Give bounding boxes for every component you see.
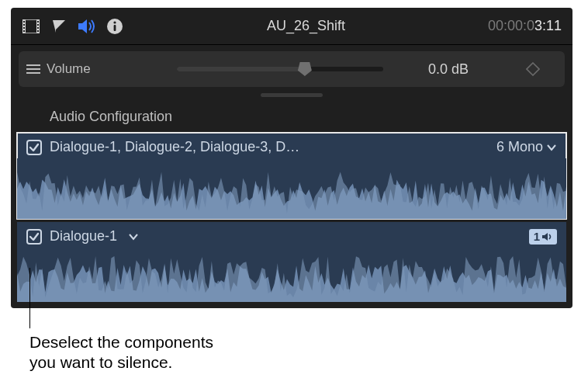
chevron-down-icon[interactable] bbox=[125, 228, 142, 245]
speaker-icon[interactable] bbox=[78, 17, 96, 36]
section-title: Audio Configuration bbox=[11, 98, 572, 133]
svg-rect-13 bbox=[114, 25, 116, 31]
svg-rect-10 bbox=[37, 30, 39, 32]
panel-drag-handle[interactable] bbox=[11, 92, 572, 98]
list-icon bbox=[26, 64, 40, 75]
volume-value[interactable]: 0.0 dB bbox=[394, 61, 503, 78]
skimmer-icon[interactable] bbox=[50, 17, 68, 36]
callout-leader-line bbox=[29, 268, 30, 328]
audio-component-header: Dialogue-1, Dialogue-2, Dialogue-3, D…6 … bbox=[17, 133, 566, 158]
waveform[interactable] bbox=[17, 248, 566, 302]
svg-rect-6 bbox=[23, 30, 25, 32]
volume-row: Volume 0.0 dB bbox=[19, 51, 565, 87]
svg-rect-16 bbox=[26, 72, 40, 74]
film-icon[interactable] bbox=[22, 17, 40, 36]
svg-rect-5 bbox=[23, 27, 25, 29]
info-icon[interactable] bbox=[105, 17, 124, 36]
chevron-down-icon bbox=[546, 144, 557, 151]
svg-rect-15 bbox=[26, 68, 40, 70]
svg-rect-3 bbox=[23, 21, 25, 23]
svg-point-12 bbox=[113, 21, 116, 23]
speaker-icon bbox=[541, 232, 552, 241]
waveform[interactable] bbox=[17, 158, 566, 219]
volume-popup[interactable]: Volume bbox=[26, 61, 166, 77]
timecode: 00:00:03:11 bbox=[488, 18, 562, 34]
volume-label: Volume bbox=[47, 61, 91, 77]
solo-channel-badge[interactable]: 1 bbox=[529, 229, 557, 245]
component-name: Dialogue-1, Dialogue-2, Dialogue-3, D… bbox=[50, 139, 299, 155]
audio-component-row[interactable]: Dialogue-1, Dialogue-2, Dialogue-3, D…6 … bbox=[17, 133, 566, 219]
volume-slider-thumb[interactable] bbox=[298, 62, 312, 76]
component-enable-checkbox[interactable] bbox=[26, 229, 42, 245]
callout-text: Deselect the components you want to sile… bbox=[29, 332, 213, 373]
svg-rect-9 bbox=[37, 27, 39, 29]
component-enable-checkbox[interactable] bbox=[26, 140, 42, 155]
clip-title: AU_26_Shift bbox=[133, 18, 479, 34]
audio-components-list: Dialogue-1, Dialogue-2, Dialogue-3, D…6 … bbox=[17, 133, 566, 302]
svg-rect-4 bbox=[23, 24, 25, 26]
keyframe-button[interactable] bbox=[514, 62, 552, 76]
component-name: Dialogue-1 bbox=[50, 228, 117, 245]
svg-rect-7 bbox=[37, 21, 39, 23]
svg-rect-14 bbox=[26, 64, 40, 66]
channel-format-label: 6 Mono bbox=[496, 139, 543, 155]
audio-component-row[interactable]: Dialogue-11 bbox=[17, 222, 566, 302]
svg-rect-8 bbox=[37, 24, 39, 26]
channel-format-popup[interactable]: 6 Mono bbox=[496, 139, 557, 155]
volume-slider[interactable] bbox=[177, 67, 383, 71]
audio-component-header: Dialogue-11 bbox=[17, 222, 566, 248]
